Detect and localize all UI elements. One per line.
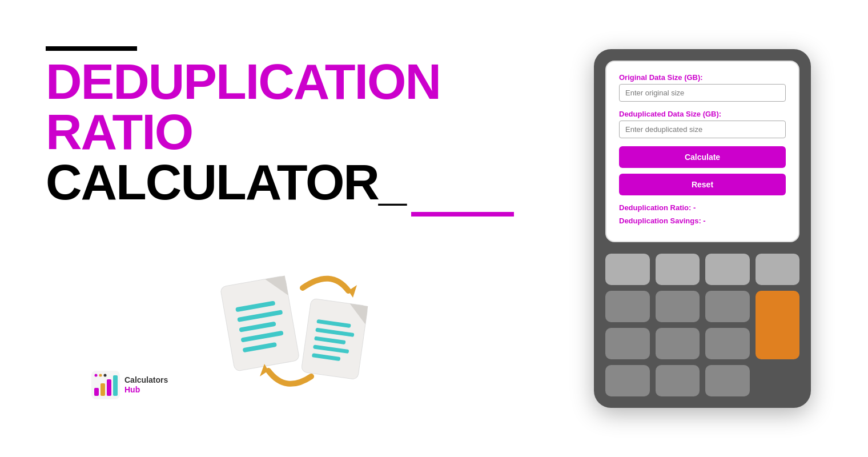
title-ratio: RATIO [46,107,560,157]
original-size-label: Original Data Size (GB): [619,73,786,82]
key-8[interactable] [605,328,650,359]
dedup-size-label: Deduplicated Data Size (GB): [619,110,786,118]
key-6[interactable] [656,291,700,322]
key-4[interactable] [756,254,800,285]
reset-button[interactable]: Reset [619,174,786,195]
keypad [605,254,799,396]
svg-point-21 [95,374,98,377]
dedup-savings-result: Deduplication Savings: - [619,217,786,225]
main-container: DEDUPLICATION RATIO CALCULATOR_ [0,0,868,457]
key-5[interactable] [605,291,650,322]
key-13[interactable] [705,365,750,396]
key-11[interactable] [605,365,650,396]
dedup-ratio-result: Deduplication Ratio: - [619,203,786,212]
title-calculator: CALCULATOR_ [46,157,560,207]
dedup-size-input[interactable] [619,121,786,138]
key-9[interactable] [656,328,700,359]
right-section: Original Data Size (GB): Deduplicated Da… [582,49,822,408]
purple-decorative-line [411,212,514,217]
original-size-input[interactable] [619,84,786,102]
key-orange[interactable] [756,291,800,359]
svg-rect-0 [220,276,299,372]
svg-point-22 [99,374,102,377]
left-section: DEDUPLICATION RATIO CALCULATOR_ [46,46,582,411]
svg-rect-20 [113,375,118,396]
key-12[interactable] [656,365,700,396]
black-decorative-line [46,46,137,51]
svg-marker-14 [348,285,357,298]
svg-rect-19 [107,379,111,396]
key-7[interactable] [705,291,750,322]
key-10[interactable] [705,328,750,359]
document-illustration [211,256,394,405]
key-1[interactable] [605,254,650,285]
calculator-device: Original Data Size (GB): Deduplicated Da… [594,49,811,408]
key-2[interactable] [656,254,700,285]
key-3[interactable] [705,254,750,285]
svg-rect-18 [101,383,105,396]
title-deduplication: DEDUPLICATION [46,57,560,107]
logo-text: Calculators Hub [124,375,168,395]
logo-icon [91,371,120,399]
calculator-screen: Original Data Size (GB): Deduplicated Da… [605,61,799,242]
svg-point-23 [104,374,107,377]
svg-rect-17 [94,388,99,396]
logo-area: Calculators Hub [91,371,168,399]
calculate-button[interactable]: Calculate [619,146,786,168]
